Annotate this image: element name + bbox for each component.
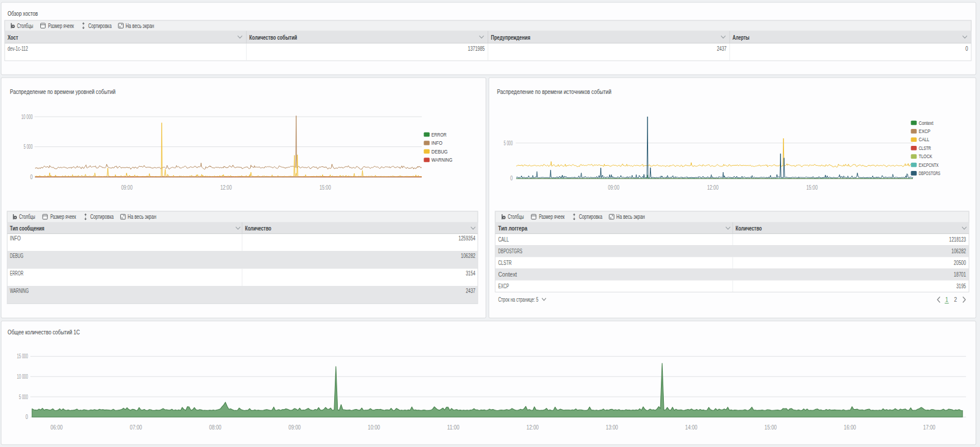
svg-text:Размер ячеек: Размер ячеек bbox=[539, 213, 565, 220]
svg-text:14:00: 14:00 bbox=[685, 424, 698, 431]
svg-text:09:00: 09:00 bbox=[608, 184, 620, 191]
svg-text:Общее количество событий 1С: Общее количество событий 1С bbox=[8, 329, 80, 336]
svg-text:1371985: 1371985 bbox=[468, 46, 485, 52]
svg-text:CLSTR: CLSTR bbox=[919, 145, 931, 151]
svg-text:Распределение по времени источ: Распределение по времени источников собы… bbox=[497, 88, 611, 95]
svg-text:Строк на странице: 5: Строк на странице: 5 bbox=[498, 296, 538, 303]
svg-text:12:00: 12:00 bbox=[707, 184, 719, 191]
svg-text:10:00: 10:00 bbox=[368, 424, 380, 431]
svg-text:15:00: 15:00 bbox=[765, 424, 777, 431]
svg-text:Размер ячеек: Размер ячеек bbox=[50, 213, 76, 220]
svg-text:09:00: 09:00 bbox=[121, 184, 133, 191]
svg-text:EXCPCNTX: EXCPCNTX bbox=[919, 162, 939, 168]
svg-text:1259354: 1259354 bbox=[459, 235, 475, 242]
svg-text:0: 0 bbox=[965, 46, 968, 52]
svg-text:Context: Context bbox=[919, 120, 933, 126]
svg-text:06:00: 06:00 bbox=[51, 424, 63, 431]
svg-text:12:00: 12:00 bbox=[527, 424, 539, 431]
svg-text:5 000: 5 000 bbox=[19, 394, 29, 400]
svg-text:16:00: 16:00 bbox=[844, 424, 856, 431]
svg-text:10 000: 10 000 bbox=[22, 114, 33, 120]
svg-text:Обзор хостов: Обзор хостов bbox=[8, 10, 38, 17]
svg-text:15:00: 15:00 bbox=[320, 184, 331, 191]
svg-text:1: 1 bbox=[946, 296, 949, 303]
svg-text:DEBUG: DEBUG bbox=[10, 253, 23, 259]
svg-text:0: 0 bbox=[26, 414, 29, 420]
svg-text:Сортировка: Сортировка bbox=[90, 213, 114, 220]
svg-text:Столбцы: Столбцы bbox=[17, 22, 33, 29]
svg-text:15 000: 15 000 bbox=[17, 353, 28, 359]
svg-text:5 000: 5 000 bbox=[24, 144, 33, 150]
svg-text:20500: 20500 bbox=[954, 260, 966, 266]
svg-text:0: 0 bbox=[30, 174, 33, 180]
svg-text:ERROR: ERROR bbox=[432, 132, 447, 138]
svg-text:INFO: INFO bbox=[10, 235, 21, 242]
svg-text:08:00: 08:00 bbox=[209, 424, 222, 431]
svg-text:13:00: 13:00 bbox=[606, 424, 618, 431]
svg-text:WARNING: WARNING bbox=[10, 288, 29, 294]
svg-text:5 000: 5 000 bbox=[504, 140, 513, 146]
svg-text:Столбцы: Столбцы bbox=[19, 213, 36, 220]
svg-text:2: 2 bbox=[954, 296, 957, 303]
svg-text:Context: Context bbox=[498, 271, 517, 278]
svg-text:TLOCK: TLOCK bbox=[919, 153, 932, 159]
svg-text:Столбцы: Столбцы bbox=[508, 213, 524, 220]
svg-text:10 000: 10 000 bbox=[17, 373, 28, 380]
svg-text:106282: 106282 bbox=[951, 248, 966, 254]
svg-text:0: 0 bbox=[510, 175, 513, 181]
svg-text:1218123: 1218123 bbox=[949, 236, 966, 243]
svg-text:CLSTR: CLSTR bbox=[498, 260, 512, 266]
svg-text:На весь экран: На весь экран bbox=[128, 213, 156, 220]
svg-text:Хост: Хост bbox=[8, 34, 18, 41]
svg-text:На весь экран: На весь экран bbox=[125, 22, 154, 29]
svg-text:2437: 2437 bbox=[717, 46, 727, 52]
svg-text:15:00: 15:00 bbox=[806, 184, 818, 191]
svg-text:CALL: CALL bbox=[498, 236, 509, 243]
svg-text:09:00: 09:00 bbox=[289, 424, 301, 431]
svg-text:Количество: Количество bbox=[245, 225, 271, 232]
svg-text:106282: 106282 bbox=[461, 253, 475, 259]
svg-text:INFO: INFO bbox=[432, 140, 443, 146]
svg-text:3154: 3154 bbox=[466, 270, 476, 277]
svg-text:Тип сообщения: Тип сообщения bbox=[10, 225, 44, 232]
svg-text:Предупреждения: Предупреждения bbox=[491, 34, 531, 41]
svg-text:12:00: 12:00 bbox=[220, 184, 232, 191]
svg-text:EXCP: EXCP bbox=[919, 128, 930, 134]
svg-text:Количество: Количество bbox=[736, 225, 762, 232]
svg-text:На весь экран: На весь экран bbox=[617, 213, 645, 220]
svg-text:Сортировка: Сортировка bbox=[88, 22, 111, 29]
svg-text:dev-1c-112: dev-1c-112 bbox=[8, 46, 28, 52]
svg-text:EXCP: EXCP bbox=[498, 283, 509, 289]
svg-text:2437: 2437 bbox=[466, 288, 476, 294]
svg-text:CALL: CALL bbox=[919, 137, 929, 142]
svg-text:17:00: 17:00 bbox=[923, 424, 936, 431]
svg-text:DBPOSTGRS: DBPOSTGRS bbox=[498, 248, 523, 254]
svg-text:Количество событий: Количество событий bbox=[249, 34, 297, 41]
svg-text:Тип логгера: Тип логгера bbox=[498, 225, 527, 232]
svg-text:WARNING: WARNING bbox=[432, 157, 453, 163]
svg-text:Размер ячеек: Размер ячеек bbox=[48, 22, 74, 29]
svg-text:Распределение по времени уровн: Распределение по времени уровней событий bbox=[10, 88, 116, 95]
svg-text:Алерты: Алерты bbox=[733, 34, 750, 41]
svg-text:DBPOSTGRS: DBPOSTGRS bbox=[919, 170, 940, 176]
svg-text:11:00: 11:00 bbox=[447, 424, 460, 431]
svg-text:18701: 18701 bbox=[954, 271, 966, 278]
svg-text:3195: 3195 bbox=[957, 283, 967, 289]
svg-text:ERROR: ERROR bbox=[10, 270, 23, 277]
svg-text:DEBUG: DEBUG bbox=[432, 149, 448, 155]
svg-text:07:00: 07:00 bbox=[130, 424, 142, 431]
svg-text:Сортировка: Сортировка bbox=[579, 213, 603, 220]
